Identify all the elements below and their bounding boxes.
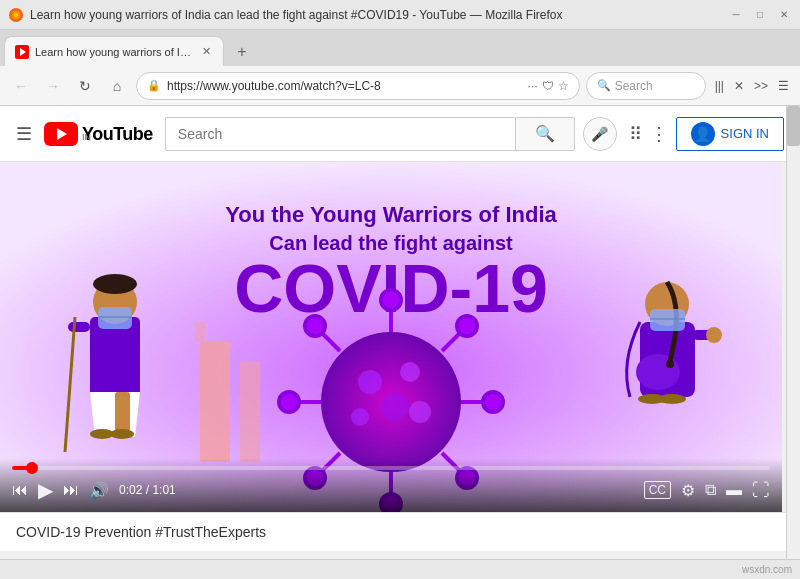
shield-icon: 🛡: [542, 79, 554, 93]
ellipsis-icon[interactable]: ···: [528, 79, 538, 93]
hamburger-icon[interactable]: ☰: [775, 77, 792, 95]
search-container: 🔍 🎤: [165, 117, 617, 151]
svg-rect-36: [68, 322, 90, 332]
svg-point-2: [14, 13, 18, 17]
address-bar[interactable]: 🔒 https://www.youtube.com/watch?v=LC-8 ·…: [136, 72, 580, 100]
miniplayer-button[interactable]: ⧉: [705, 481, 716, 499]
microphone-icon: 🎤: [591, 126, 608, 142]
lock-icon: 🔒: [147, 79, 161, 92]
video-controls: ⏮ ▶ ⏭ 🔊 0:02 / 1:01 CC ⚙ ⧉ ▬ ⛶: [0, 458, 782, 512]
minimize-button[interactable]: ─: [728, 7, 744, 23]
watermark: wsxdn.com: [742, 564, 792, 575]
scrollbar-thumb[interactable]: [787, 106, 800, 146]
active-tab[interactable]: Learn how young warriors of In... ✕: [4, 36, 224, 66]
more-options-button[interactable]: ⋮: [650, 123, 668, 145]
skip-back-button[interactable]: ⏮: [12, 481, 28, 499]
svg-point-19: [305, 316, 325, 336]
svg-point-21: [457, 316, 477, 336]
main-content: ☰ YouTube IN 🔍 🎤 ⠿ ⋮ 👤 SIGN IN: [0, 106, 800, 551]
svg-point-26: [358, 370, 382, 394]
forward-button[interactable]: →: [40, 73, 66, 99]
svg-rect-50: [650, 309, 685, 331]
youtube-logo[interactable]: YouTube IN: [44, 122, 153, 146]
navigation-bar: ← → ↻ ⌂ 🔒 https://www.youtube.com/watch?…: [0, 66, 800, 106]
bookmarks-icon[interactable]: |||: [712, 77, 727, 95]
svg-point-11: [381, 290, 401, 310]
play-triangle-icon: [57, 128, 67, 140]
apps-grid-button[interactable]: ⠿: [629, 123, 642, 145]
progress-dot: [26, 462, 38, 474]
skip-forward-button[interactable]: ⏭: [63, 481, 79, 499]
svg-point-49: [666, 360, 674, 368]
search-icon: 🔍: [597, 79, 611, 92]
tab-bar: Learn how young warriors of In... ✕ +: [0, 30, 800, 66]
url-display: https://www.youtube.com/watch?v=LC-8: [167, 79, 522, 93]
search-label: Search: [615, 79, 653, 93]
theater-mode-button[interactable]: ▬: [726, 481, 742, 499]
home-button[interactable]: ⌂: [104, 73, 130, 99]
search-input[interactable]: [165, 117, 515, 151]
status-bar: wsxdn.com: [0, 559, 800, 579]
tab-title: Learn how young warriors of In...: [35, 46, 194, 58]
refresh-button[interactable]: ↻: [72, 73, 98, 99]
volume-button[interactable]: 🔊: [89, 481, 109, 500]
microphone-button[interactable]: 🎤: [583, 117, 617, 151]
tab-favicon: [15, 45, 29, 59]
window-controls[interactable]: ─ □ ✕: [728, 7, 792, 23]
time-display: 0:02 / 1:01: [119, 483, 176, 497]
svg-point-33: [93, 274, 137, 294]
title-bar: Learn how young warriors of India can le…: [0, 0, 800, 30]
bookmark-icon[interactable]: ☆: [558, 79, 569, 93]
settings-button[interactable]: ⚙: [681, 481, 695, 500]
captions-button[interactable]: CC: [644, 481, 671, 499]
controls-row: ⏮ ▶ ⏭ 🔊 0:02 / 1:01 CC ⚙ ⧉ ▬ ⛶: [12, 478, 770, 502]
toolbar-extra-icons: ||| ✕ >> ☰: [712, 77, 792, 95]
search-button[interactable]: 🔍: [515, 117, 575, 151]
svg-rect-44: [240, 362, 260, 462]
svg-point-15: [279, 392, 299, 412]
svg-rect-39: [115, 392, 130, 432]
sign-in-button[interactable]: 👤 SIGN IN: [676, 117, 784, 151]
svg-rect-43: [200, 342, 230, 462]
svg-point-27: [400, 362, 420, 382]
svg-point-53: [706, 327, 722, 343]
fullscreen-button[interactable]: ⛶: [752, 480, 770, 501]
header-right-actions: ⠿ ⋮ 👤 SIGN IN: [629, 117, 784, 151]
play-button[interactable]: ▶: [38, 478, 53, 502]
browser-icon: [8, 7, 24, 23]
svg-point-55: [658, 394, 686, 404]
browser-search-box[interactable]: 🔍 Search: [586, 72, 706, 100]
youtube-logo-icon: [44, 122, 78, 146]
sign-in-label: SIGN IN: [721, 126, 769, 141]
address-icons: ··· 🛡 ☆: [528, 79, 569, 93]
maximize-button[interactable]: □: [752, 7, 768, 23]
svg-point-17: [483, 392, 503, 412]
close-x-icon[interactable]: ✕: [731, 77, 747, 95]
back-button[interactable]: ←: [8, 73, 34, 99]
svg-rect-45: [195, 322, 205, 342]
svg-point-29: [351, 408, 369, 426]
close-button[interactable]: ✕: [776, 7, 792, 23]
video-player[interactable]: You the Young Warriors of India Can lead…: [0, 162, 782, 512]
svg-point-28: [381, 393, 409, 421]
browser-scrollbar[interactable]: [786, 106, 800, 559]
progress-fill: [12, 466, 32, 470]
more-tools-icon[interactable]: >>: [751, 77, 771, 95]
svg-text:You the Young Warriors of Indi: You the Young Warriors of India: [225, 202, 557, 227]
sign-in-avatar-icon: 👤: [691, 122, 715, 146]
below-video-section: COVID-19 Prevention #TrustTheExperts: [0, 512, 800, 551]
tab-close-button[interactable]: ✕: [200, 43, 213, 60]
youtube-header: ☰ YouTube IN 🔍 🎤 ⠿ ⋮ 👤 SIGN IN: [0, 106, 800, 162]
youtube-country-code: IN: [82, 133, 153, 142]
progress-bar[interactable]: [12, 466, 770, 470]
svg-point-47: [636, 354, 680, 390]
svg-point-41: [110, 429, 134, 439]
hamburger-menu-button[interactable]: ☰: [16, 123, 32, 145]
video-title: COVID-19 Prevention #TrustTheExperts: [16, 524, 266, 540]
search-icon: 🔍: [535, 124, 555, 143]
svg-point-30: [409, 401, 431, 423]
window-title: Learn how young warriors of India can le…: [30, 8, 728, 22]
svg-rect-34: [98, 307, 132, 329]
new-tab-button[interactable]: +: [228, 38, 256, 66]
